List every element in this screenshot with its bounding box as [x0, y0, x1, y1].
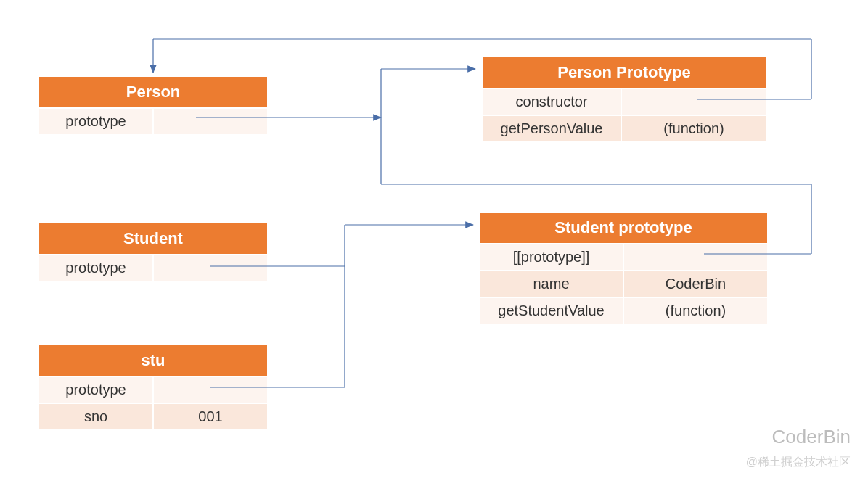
table-row: prototype — [38, 108, 268, 135]
person-prototype-value — [153, 108, 268, 135]
student-box: Student prototype — [38, 223, 268, 281]
student-prototype-box: Student prototype [[prototype]] name Cod… — [479, 212, 768, 324]
name-value: CoderBin — [623, 271, 768, 297]
student-prototype-title: Student prototype — [479, 212, 768, 244]
name-label: name — [479, 271, 623, 297]
table-row: [[prototype]] — [479, 244, 768, 271]
constructor-value — [621, 88, 766, 115]
table-row: constructor — [482, 88, 766, 115]
person-prototype-title: Person Prototype — [482, 57, 766, 88]
person-prototype-box: Person Prototype constructor getPersonVa… — [482, 57, 766, 142]
person-title: Person — [38, 76, 268, 108]
person-box: Person prototype — [38, 76, 268, 135]
table-row: getStudentValue (function) — [479, 297, 768, 324]
student-prototype-label: prototype — [38, 255, 153, 281]
proto-internal-value — [623, 244, 768, 271]
table-row: getPersonValue (function) — [482, 115, 766, 142]
student-title: Student — [38, 223, 268, 255]
table-row: prototype — [38, 255, 268, 281]
getstudentvalue-label: getStudentValue — [479, 297, 623, 324]
getpersonvalue-value: (function) — [621, 115, 766, 142]
constructor-label: constructor — [482, 88, 621, 115]
stu-prototype-label: prototype — [38, 376, 153, 403]
stu-box: stu prototype sno 001 — [38, 345, 268, 430]
table-row: prototype — [38, 376, 268, 403]
sno-label: sno — [38, 403, 153, 430]
proto-internal-label: [[prototype]] — [479, 244, 623, 271]
watermark-author: CoderBin — [772, 426, 851, 448]
table-row: sno 001 — [38, 403, 268, 430]
student-prototype-value — [153, 255, 268, 281]
getstudentvalue-value: (function) — [623, 297, 768, 324]
watermark-site: @稀土掘金技术社区 — [746, 455, 851, 470]
person-prototype-label: prototype — [38, 108, 153, 135]
stu-title: stu — [38, 345, 268, 376]
sno-value: 001 — [153, 403, 268, 430]
table-row: name CoderBin — [479, 271, 768, 297]
getpersonvalue-label: getPersonValue — [482, 115, 621, 142]
stu-prototype-value — [153, 376, 268, 403]
